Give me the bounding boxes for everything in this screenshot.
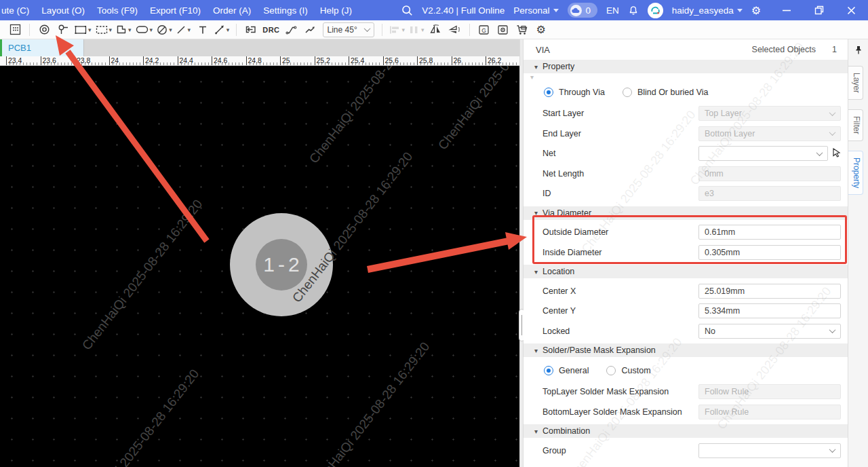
center-x-label: Center X [542,286,698,296]
tool-bar: ▾ ▾ ▾ ▾ ▾ ▾ ▾ [0,20,868,39]
selected-objects-label: Selected Objects [752,45,816,54]
start-layer-select[interactable]: Top Layer [698,106,841,121]
version-label: V2.2.40 | Full Online [422,5,505,16]
toolbar-separator [29,24,30,36]
group-select[interactable] [698,443,841,458]
menu-tools[interactable]: Tools (F9) [91,5,144,16]
gear-icon[interactable]: ⚙ [751,4,761,17]
net-select[interactable] [698,146,828,161]
ruler-tick: 23.8 [75,56,75,66]
line-tool-icon[interactable]: ▾ [176,22,191,38]
center-y-label: Center Y [542,306,698,316]
cloud-sync-badge[interactable]: 0 [568,3,598,18]
menu-settings[interactable]: Settings (I) [257,5,313,16]
rect-tool-icon[interactable]: ▾ [75,22,92,38]
properties-panel: VIA Selected Objects 1 ▾ Property ▾ Thro… [524,39,848,467]
center-x-field[interactable] [698,284,841,299]
ruler-tick: 24.2 [143,56,144,66]
account-type-dropdown[interactable]: Personal [513,5,558,16]
pin-panel-icon[interactable] [854,45,863,58]
center-y-field[interactable] [698,303,841,318]
flip-vertical-icon[interactable] [448,22,462,38]
solid-region-tool-icon[interactable]: ▾ [116,22,132,38]
section-location[interactable]: ▾ Location [524,265,848,278]
notifications-bell-icon[interactable] [628,5,639,16]
dock-tab-property[interactable]: Property [848,151,863,195]
via-layer-span-label: 1-2 [260,253,302,276]
start-layer-label: Start Layer [542,109,698,118]
testpoint-tool-icon[interactable] [56,22,71,38]
end-layer-select[interactable]: Bottom Layer [698,126,841,141]
section-combination[interactable]: ▾ Combination [524,424,848,438]
net-length-field[interactable] [698,166,841,181]
chevron-down-icon [829,109,836,116]
ruler-tick: 24.6 [212,56,212,66]
distribute-tool-icon[interactable]: ▾ [409,22,425,38]
ruler-tick: 26.2 [486,56,486,66]
section-property[interactable]: ▾ Property [524,60,848,73]
user-avatar[interactable] [648,3,663,18]
route-tool-icon[interactable] [284,22,299,38]
net-pick-cursor-icon[interactable] [832,148,841,160]
username-dropdown[interactable]: haidy_easyeda [672,5,743,16]
mask-custom-radio[interactable] [606,366,616,375]
via-tool-icon[interactable] [37,22,52,38]
via-object[interactable]: 1-2 [230,213,333,316]
inside-diameter-field[interactable] [698,245,841,260]
bottom-mask-expansion-field[interactable] [698,405,841,419]
svg-text:G: G [481,26,486,33]
sub-collapse-triangle-icon[interactable]: ▾ [530,75,848,81]
canvas-origin-tool-icon[interactable] [243,22,258,38]
locked-select[interactable]: No [698,324,841,339]
selected-objects-count: 1 [832,45,837,54]
ruler-tick: 25.6 [383,56,384,66]
align-tool-icon[interactable]: ▾ [389,22,406,38]
section-via-diameter[interactable]: ▾ Via Diameter [524,206,848,220]
net-label: Net [542,149,698,158]
settings-gear-icon[interactable]: ⚙ [534,22,549,38]
oval-tool-icon[interactable]: ▾ [136,22,153,38]
chevron-down-icon [829,446,836,453]
top-mask-expansion-field[interactable] [698,384,841,399]
restore-window-button[interactable] [814,5,824,15]
tab-pcb1[interactable]: PCB1 [0,39,84,56]
language-toggle[interactable]: EN [606,5,619,16]
chevron-down-icon [816,149,823,156]
route-highlight-tool-icon[interactable] [303,22,318,38]
flip-horizontal-icon[interactable] [429,22,443,38]
minimize-button[interactable] [782,5,791,15]
menu-route[interactable]: ute (C) [0,5,35,16]
blind-buried-via-radio[interactable] [623,88,632,97]
tab-active-indicator [0,39,2,56]
pcb-canvas[interactable]: 1-2 ChenHaiQi 2025-08-28 16:29:20ChenHai… [0,66,519,467]
panel-title: VIA [536,45,550,55]
search-icon[interactable] [401,5,413,16]
copper-area-tool-icon[interactable]: ▾ [96,22,113,38]
through-via-radio[interactable] [544,88,553,97]
menu-help[interactable]: Help (J) [314,5,358,16]
outside-diameter-field[interactable] [698,225,841,240]
footprint-pad-tool-icon[interactable] [7,22,22,38]
dock-tab-filter[interactable]: Filter [848,109,863,141]
dock-tab-layer[interactable]: Layer [848,66,863,100]
keepout-circle-tool-icon[interactable]: ▾ [157,22,172,38]
line-mode-select[interactable]: Line 45° [323,22,374,37]
preview-3d-icon[interactable] [496,22,511,38]
footprint-library-icon[interactable]: G [477,22,492,38]
dimension-tool-icon[interactable]: ▾ [214,22,230,38]
drc-check-button[interactable]: DRC [262,22,279,38]
text-tool-icon[interactable] [195,22,210,38]
section-solder-paste-mask[interactable]: ▾ Solder/Paste Mask Expansion [524,343,848,357]
toolbar-separator [236,24,237,36]
ruler-tick: 25.2 [315,56,315,66]
id-field[interactable] [698,186,841,201]
chevron-down-icon [737,9,743,12]
mask-general-radio[interactable] [544,366,553,375]
menu-export[interactable]: Export (F10) [144,5,207,16]
order-cart-icon[interactable] [515,22,530,38]
menu-layout[interactable]: Layout (O) [35,5,91,16]
menu-order[interactable]: Order (A) [207,5,257,16]
close-button[interactable] [847,6,856,15]
group-label: Group [542,446,698,455]
ruler-tick: 23.4 [6,56,7,66]
